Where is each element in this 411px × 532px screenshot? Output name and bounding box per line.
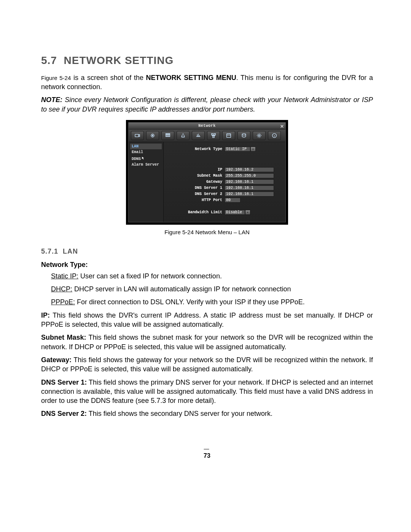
figure-ref: Figure 5-24	[41, 75, 71, 81]
type-dhcp: DHCP: DHCP server in LAN will automatica…	[51, 284, 373, 294]
svg-rect-7	[227, 134, 231, 137]
input-dns1[interactable]: 192.168.16.1	[225, 185, 274, 190]
para-dns2: DNS Server 2: This field shows the secon…	[41, 409, 373, 418]
label-dhcp: DHCP:	[51, 285, 72, 293]
sidebar: LAN Email DDNS Alarm Server	[129, 142, 164, 222]
input-ip[interactable]: 192.168.16.2	[225, 167, 274, 172]
type-static: Static IP: User can set a fixed IP for n…	[51, 272, 373, 281]
para-subnet: Subnet Mask: This field shows the subnet…	[41, 333, 373, 351]
type-pppoe: PPPoE: For direct connection to DSL ONLY…	[51, 297, 373, 307]
subsection-title: LAN	[63, 248, 78, 255]
window-titlebar: Network ✕	[129, 123, 285, 129]
sidebar-item-lan[interactable]: LAN	[130, 144, 162, 150]
screenshot-container: Network ✕ LAN Email DDNS Alarm Server	[126, 120, 288, 225]
subsection-number: 5.7.1	[41, 248, 58, 255]
label-dns1: DNS Server 1	[167, 185, 225, 191]
label-network-type: Network Type	[167, 147, 225, 152]
svg-point-2	[152, 135, 153, 136]
para-gateway: Gateway: This field shows the gateway fo…	[41, 355, 373, 374]
label-bandwidth-limit: Bandwidth Limit	[167, 210, 225, 215]
svg-rect-5	[214, 134, 215, 135]
sidebar-item-alarm-server[interactable]: Alarm Server	[130, 162, 162, 168]
sidebar-item-email[interactable]: Email	[130, 149, 162, 155]
label-pppoe: PPPoE:	[51, 298, 75, 306]
select-network-type[interactable]: Static IP ▾	[225, 147, 256, 152]
svg-rect-4	[212, 134, 213, 135]
toolbar-disk-icon[interactable]	[237, 131, 250, 140]
section-heading: 5.7 NETWORK SETTING	[41, 53, 373, 68]
label-dns2: DNS Server 2	[167, 192, 225, 197]
form-panel: Network Type Static IP ▾ IP 192.168.16.2…	[164, 142, 285, 222]
toolbar-record-icon[interactable]	[146, 131, 159, 140]
toolbar-info-icon[interactable]	[268, 131, 281, 140]
svg-point-9	[258, 135, 260, 136]
select-bandwidth-value: Disable	[225, 210, 245, 215]
network-type-heading: Network Type:	[41, 260, 373, 269]
para-ip: IP: This field shows the DVR's current I…	[41, 311, 373, 329]
subsection-heading: 5.7.1 LAN	[41, 247, 373, 256]
figure-caption: Figure 5-24 Network Menu – LAN	[41, 228, 373, 236]
select-bandwidth-limit[interactable]: Disable ▾	[225, 210, 250, 215]
chevron-down-icon[interactable]: ▾	[245, 210, 250, 215]
cursor-icon	[142, 156, 145, 162]
network-window: Network ✕ LAN Email DDNS Alarm Server	[128, 122, 286, 222]
chevron-down-icon[interactable]: ▾	[250, 147, 256, 152]
svg-rect-6	[213, 136, 214, 137]
input-http-port[interactable]: 80	[225, 198, 241, 203]
intro-paragraph: Figure 5-24 is a screen shot of the NETW…	[41, 73, 373, 92]
toolbar-alarm-icon[interactable]	[161, 131, 174, 140]
note-paragraph: NOTE: Since every Network Configuration …	[41, 95, 373, 114]
input-gateway[interactable]: 192.168.16.1	[225, 179, 274, 184]
label-http-port: HTTP Port	[167, 198, 225, 203]
toolbar-camera-icon[interactable]	[131, 131, 144, 140]
svg-point-8	[242, 134, 245, 135]
window-title: Network	[198, 123, 216, 129]
toolbar-schedule-icon[interactable]	[222, 131, 235, 140]
label-gateway: Gateway	[167, 179, 225, 185]
para-dns1: DNS Server 1: This field shows the prima…	[41, 378, 373, 406]
label-ip: IP	[167, 167, 225, 173]
section-number: 5.7	[41, 54, 57, 66]
close-icon[interactable]: ✕	[280, 123, 284, 129]
select-network-type-value: Static IP	[225, 147, 250, 152]
toolbar-network-icon[interactable]	[207, 131, 220, 140]
note-text: Since every Network Configuration is dif…	[41, 96, 373, 113]
section-title: NETWORK SETTING	[64, 54, 174, 66]
input-subnet[interactable]: 255.255.255.0	[225, 173, 274, 178]
toolbar-display-icon[interactable]	[192, 131, 205, 140]
page-number: 73	[41, 445, 373, 460]
toolbar-date-icon[interactable]	[177, 131, 190, 140]
input-dns2[interactable]: 192.168.16.1	[225, 192, 274, 197]
window-toolbar	[129, 129, 285, 142]
sidebar-item-ddns[interactable]: DDNS	[130, 155, 162, 162]
label-subnet: Subnet Mask	[167, 173, 225, 179]
label-static-ip: Static IP:	[51, 272, 78, 280]
svg-rect-0	[135, 134, 139, 137]
note-label: NOTE:	[41, 96, 62, 104]
toolbar-system-icon[interactable]	[253, 131, 266, 140]
intro-bold: NETWORK SETTING MENU	[146, 74, 236, 81]
